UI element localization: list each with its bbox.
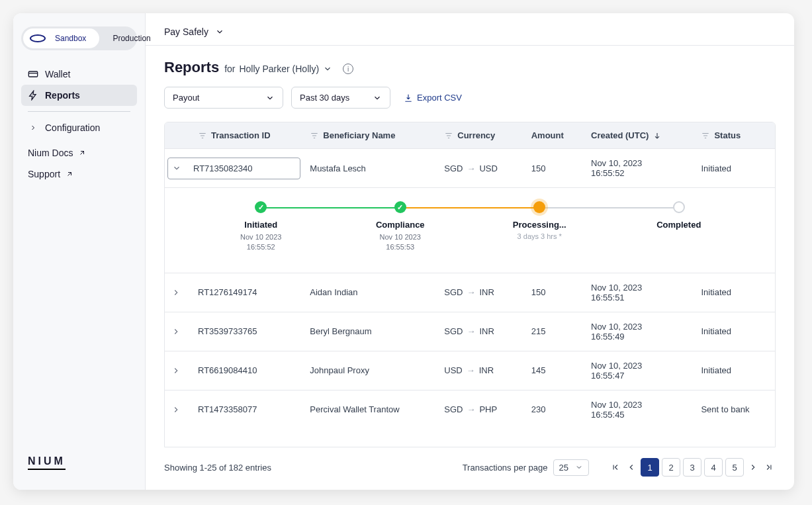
divider <box>28 111 130 112</box>
currency-pair: SGD→USD <box>444 163 518 173</box>
expand-row-button[interactable] <box>165 351 191 390</box>
page-button-2[interactable]: 2 <box>662 458 680 477</box>
page-button-5[interactable]: 5 <box>725 458 744 477</box>
beneficiary-name: Johnpaul Proxy <box>303 351 437 390</box>
sidebar-item-label: Reports <box>45 90 80 101</box>
column-currency[interactable]: Currency <box>437 122 524 149</box>
created-date: Nov 10, 202316:55:51 <box>584 273 694 312</box>
chevron-right-icon <box>28 122 38 133</box>
chevron-down-icon[interactable] <box>215 27 224 36</box>
pending-dot-icon <box>673 201 685 213</box>
chevron-down-icon[interactable] <box>323 64 332 73</box>
timeline-step-processing: Processing... 3 days 3 hrs * <box>470 201 609 253</box>
sidebar-item-reports[interactable]: Reports <box>21 85 137 106</box>
export-csv-button[interactable]: Export CSV <box>404 93 462 103</box>
transaction-id: RT7135082340 <box>193 163 252 173</box>
amount: 150 <box>525 149 584 188</box>
env-sandbox[interactable]: Sandbox <box>23 28 99 48</box>
page-first[interactable] <box>609 458 622 477</box>
created-date: Nov 10, 202316:55:45 <box>584 390 694 429</box>
amount: 145 <box>525 351 584 390</box>
sidebar-item-label: Support <box>28 169 60 179</box>
filter-icon <box>198 131 207 140</box>
timeline-step-compliance: Compliance Nov 10 202316:55:53 <box>331 201 471 253</box>
transaction-id: RT3539733765 <box>191 312 303 351</box>
expand-row-button[interactable] <box>165 312 191 351</box>
column-transaction-id[interactable]: Transaction ID <box>191 122 303 149</box>
currency-pair: USD→INR <box>444 365 518 375</box>
chevron-down-icon <box>575 463 583 471</box>
expand-row-button[interactable] <box>165 273 191 312</box>
lightning-icon <box>28 90 38 101</box>
filter-icon <box>444 131 453 140</box>
sort-desc-icon <box>653 131 662 140</box>
created-date: Nov 10, 202316:55:47 <box>584 351 694 390</box>
svg-rect-0 <box>28 71 37 77</box>
transaction-id: RT6619084410 <box>191 351 303 390</box>
status: Initiated <box>694 273 775 312</box>
amount: 215 <box>525 312 584 351</box>
table-row[interactable]: RT7135082340 Mustafa Lesch SGD→USD 150 N… <box>165 149 775 188</box>
page-next[interactable] <box>746 458 760 477</box>
table-row[interactable]: RT1473358077 Percival Wallet Trantow SGD… <box>165 390 775 429</box>
sidebar-item-docs[interactable]: Nium Docs <box>21 142 137 163</box>
timeline-row: Initiated Nov 10 202316:55:52 Compliance… <box>165 188 775 273</box>
currency-pair: SGD→PHP <box>444 404 518 414</box>
select-value: Past 30 days <box>300 93 349 103</box>
expand-row-button[interactable] <box>165 390 191 429</box>
sidebar-item-label: Wallet <box>45 69 70 79</box>
select-value: Payout <box>173 93 199 103</box>
chevron-down-icon <box>265 93 275 103</box>
created-date: Nov 10, 202316:55:49 <box>584 312 694 351</box>
wallet-icon <box>28 69 38 79</box>
arrow-right-icon: → <box>467 163 475 173</box>
transaction-id: RT1473358077 <box>191 390 303 429</box>
page-prev[interactable] <box>625 458 638 477</box>
column-beneficiary[interactable]: Beneficiary Name <box>303 122 437 149</box>
page-button-3[interactable]: 3 <box>683 458 701 477</box>
info-icon[interactable]: i <box>343 64 353 74</box>
status: Initiated <box>694 149 775 188</box>
download-icon <box>404 93 413 103</box>
table-row[interactable]: RT6619084410 Johnpaul Proxy USD→INR 145 … <box>165 351 775 390</box>
env-toggle[interactable]: Sandbox Production <box>21 26 137 50</box>
beneficiary-name: Percival Wallet Trantow <box>303 390 437 429</box>
column-amount[interactable]: Amount <box>525 122 584 149</box>
filter-icon <box>310 131 319 140</box>
per-page-select[interactable]: 25 <box>553 459 589 476</box>
breadcrumb-brand[interactable]: Pay Safely <box>164 26 208 37</box>
column-created[interactable]: Created (UTC) <box>584 122 694 149</box>
column-status[interactable]: Status <box>694 122 775 149</box>
page-last[interactable] <box>762 458 776 477</box>
processing-dot-icon <box>533 201 545 213</box>
sidebar-item-wallet[interactable]: Wallet <box>21 64 137 85</box>
status: Initiated <box>694 312 775 351</box>
arrow-right-icon: → <box>467 287 475 297</box>
table-row[interactable]: RT1276149174 Aidan Indian SGD→INR 150 No… <box>165 273 775 312</box>
external-link-icon <box>64 169 75 179</box>
filter-range-select[interactable]: Past 30 days <box>291 87 390 109</box>
sidebar-item-label: Configuration <box>45 122 100 133</box>
sidebar-item-configuration[interactable]: Configuration <box>21 117 137 138</box>
filter-type-select[interactable]: Payout <box>164 87 283 109</box>
amount: 230 <box>525 390 584 429</box>
radio-icon <box>30 34 46 42</box>
status: Sent to bank <box>694 390 775 429</box>
sidebar-item-label: Nium Docs <box>28 148 73 158</box>
logo: NIUM <box>28 455 66 470</box>
status: Initiated <box>694 351 775 390</box>
transaction-id: RT1276149174 <box>191 273 303 312</box>
amount: 150 <box>525 273 584 312</box>
currency-pair: SGD→INR <box>444 287 518 297</box>
showing-text: Showing 1-25 of 182 entries <box>164 463 271 473</box>
beneficiary-name: Aidan Indian <box>303 273 437 312</box>
sidebar-item-support[interactable]: Support <box>21 163 137 185</box>
page-button-4[interactable]: 4 <box>704 458 723 477</box>
page-button-1[interactable]: 1 <box>641 458 659 477</box>
entity-selector[interactable]: Holly Parker (Holly) <box>239 64 319 74</box>
for-label: for <box>224 64 235 74</box>
table-row[interactable]: RT3539733765 Beryl Bergnaum SGD→INR 215 … <box>165 312 775 351</box>
arrow-right-icon: → <box>467 365 475 375</box>
chevron-down-icon[interactable] <box>172 163 188 173</box>
export-label: Export CSV <box>417 93 462 103</box>
